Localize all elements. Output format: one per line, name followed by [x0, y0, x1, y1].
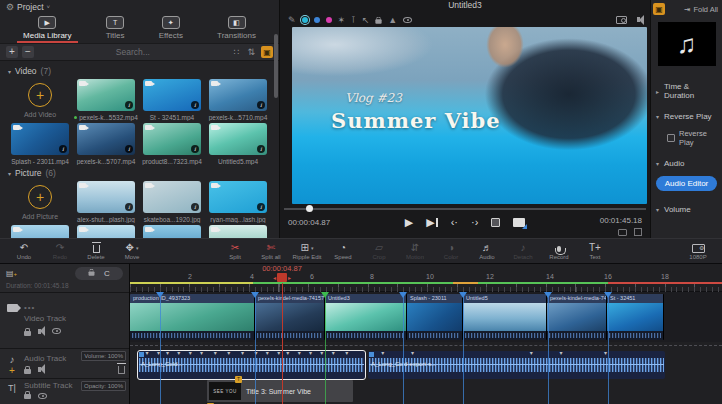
panel-toggle-icon[interactable]: ▣	[261, 46, 273, 58]
speed-button[interactable]: ◔Speed	[325, 242, 361, 260]
stop-button[interactable]	[491, 218, 500, 227]
audio-clip[interactable]: ▾▾▾▾▾A_Long_Cold-export-s...	[368, 351, 665, 379]
next-frame-button[interactable]: ·›	[471, 217, 478, 228]
remove-media-button[interactable]: −	[22, 46, 34, 58]
sort-icon[interactable]: ⇅	[247, 47, 255, 57]
section-volume[interactable]: ▾ Volume	[651, 199, 722, 220]
keyframe-icon[interactable]: ▾	[146, 350, 149, 356]
media-item[interactable]: ialex-shut...plash.jpg	[74, 181, 138, 223]
subtitle-marker-icon[interactable]: T	[235, 376, 242, 383]
video-clip[interactable]: Untitled5	[463, 294, 547, 340]
render-icon[interactable]: C	[104, 269, 110, 278]
reverse-play-checkbox[interactable]	[667, 134, 675, 142]
keyframe-icon[interactable]: ▾	[309, 350, 312, 356]
subtitle-clip[interactable]: SEE YOUTitle 3: Summer Vibe	[207, 380, 353, 402]
media-item[interactable]: ipexels-k...5707.mp4	[74, 123, 138, 165]
fade-handle-icon[interactable]	[369, 352, 374, 357]
eye-icon[interactable]	[52, 328, 61, 334]
timeline-marker-flag[interactable]	[544, 292, 552, 298]
keyframe-icon[interactable]: ▾	[241, 350, 244, 356]
detach-button[interactable]: ♪Detach	[505, 242, 541, 260]
add-picture-button[interactable]: +Add Picture	[8, 181, 72, 223]
timeline-marker-flag[interactable]	[156, 292, 164, 298]
add-track-icon[interactable]: ▤+	[6, 269, 17, 278]
eye-icon[interactable]	[403, 17, 412, 23]
snapshot-camera-icon[interactable]	[616, 16, 627, 24]
search-input[interactable]: Search...	[38, 47, 228, 57]
timeline-marker-flag[interactable]	[321, 292, 329, 298]
timeline-marker-flag[interactable]	[251, 292, 259, 298]
lock-icon[interactable]	[376, 19, 382, 24]
previous-frame-button[interactable]: ‹·	[451, 217, 458, 228]
text-button[interactable]: T+Text	[577, 242, 613, 260]
subtitle-track-lane[interactable]: SEE YOUTitle 3: Summer Vibe	[130, 380, 722, 402]
media-item[interactable]	[140, 225, 204, 238]
keyframe-icon[interactable]: ▾	[189, 350, 192, 356]
media-item[interactable]: iSplash - 23011.mp4	[8, 123, 72, 165]
audio-editor-button[interactable]: Audio Editor	[656, 176, 718, 191]
media-item[interactable]	[206, 225, 270, 238]
media-item[interactable]: iSt - 32451.mp4	[140, 79, 204, 121]
trash-icon[interactable]	[118, 366, 125, 374]
record-button[interactable]: Record	[541, 242, 577, 260]
section-header-video[interactable]: ▾Video(7)	[8, 66, 271, 76]
detach-window-icon[interactable]	[618, 229, 627, 236]
add-audio-icon[interactable]: +	[9, 367, 15, 375]
video-clip[interactable]: Untitled3	[325, 294, 407, 340]
keyframe-icon[interactable]: ▾	[200, 350, 203, 356]
media-item[interactable]: iskateboa...1920.jpg	[140, 181, 204, 223]
playhead-handle[interactable]: ◂▸	[273, 273, 291, 282]
media-item[interactable]: iryan-mag...lash.jpg	[206, 181, 270, 223]
mute-icon[interactable]	[38, 367, 41, 372]
lock-icon[interactable]	[89, 271, 95, 275]
ripple-edit-button[interactable]: ⊞▾Ripple Edit	[289, 242, 325, 260]
video-clip[interactable]: pexels-kindel-media-7415707	[255, 294, 325, 340]
tab-titles[interactable]: TTitles	[106, 16, 125, 43]
add-media-button[interactable]: +	[6, 46, 18, 58]
tab-effects[interactable]: ✦Effects	[159, 16, 183, 43]
audio-clip[interactable]: ▾▾▾▾▾▾▾▾▾▾▾▾▾▾▾▾▾▾A_Long_Cold...	[138, 351, 365, 379]
add-video-button[interactable]: +Add Video	[8, 79, 72, 121]
timeline-lock-render-pill[interactable]: C	[75, 267, 123, 280]
eye-icon[interactable]	[38, 393, 47, 399]
video-clip[interactable]: St - 32451	[607, 294, 664, 340]
preview-scrubber[interactable]	[280, 204, 650, 213]
timeline-marker-flag[interactable]	[399, 292, 407, 298]
crop-button[interactable]: ▱Crop	[361, 242, 397, 260]
scrubber-handle[interactable]	[306, 205, 313, 212]
motion-button[interactable]: ⇵Motion	[397, 242, 433, 260]
split-all-button[interactable]: ✄Split all	[253, 242, 289, 260]
keyframe-icon[interactable]: ▾	[298, 350, 301, 356]
color-button[interactable]: ◑Color	[433, 242, 469, 260]
split-button[interactable]: ✂Split	[217, 242, 253, 260]
bezier-pen-icon[interactable]: ✎	[288, 15, 296, 25]
section-time-duration[interactable]: ▸ Time & Duration	[651, 76, 722, 106]
keyframe-icon[interactable]: ▾	[560, 350, 563, 356]
mute-icon[interactable]	[38, 329, 41, 334]
section-audio[interactable]: ▾ Audio	[651, 153, 722, 174]
timeline-marker-flag[interactable]	[604, 292, 612, 298]
lock-icon[interactable]	[24, 394, 31, 399]
video-clip[interactable]: Splash - 23011	[407, 294, 463, 340]
keyframe-icon[interactable]: ▾	[177, 350, 180, 356]
cursor-t-icon[interactable]: ⊺	[351, 15, 356, 25]
fade-handle-icon[interactable]	[139, 352, 144, 357]
mask-icon[interactable]: ▲	[388, 15, 397, 25]
keyframe-icon[interactable]: ▾	[381, 350, 384, 356]
media-item[interactable]: iUntitled5.mp4	[206, 123, 270, 165]
lock-icon[interactable]	[24, 369, 31, 374]
keyframe-icon[interactable]: ▾	[266, 350, 269, 356]
audio-button[interactable]: ♬Audio	[469, 242, 505, 260]
video-clip[interactable]: pexels-kindel-media-7425707	[547, 294, 607, 340]
keyframe-icon[interactable]: ▾	[411, 350, 414, 356]
play-to-end-button[interactable]: ▶	[426, 217, 437, 228]
media-item[interactable]	[74, 225, 138, 238]
media-item[interactable]: ipexels-k...5710.mp4	[206, 79, 270, 121]
video-clip[interactable]: production ID_4937323	[130, 294, 255, 340]
media-scrollbar[interactable]	[274, 34, 278, 98]
move-button[interactable]: ✥▾Move	[114, 242, 150, 260]
resolution-button[interactable]: 1080P	[680, 242, 716, 260]
delete-button[interactable]: Delete	[78, 242, 114, 260]
lock-icon[interactable]	[24, 331, 31, 336]
tab-media-library[interactable]: ▶Media Library	[23, 16, 71, 43]
